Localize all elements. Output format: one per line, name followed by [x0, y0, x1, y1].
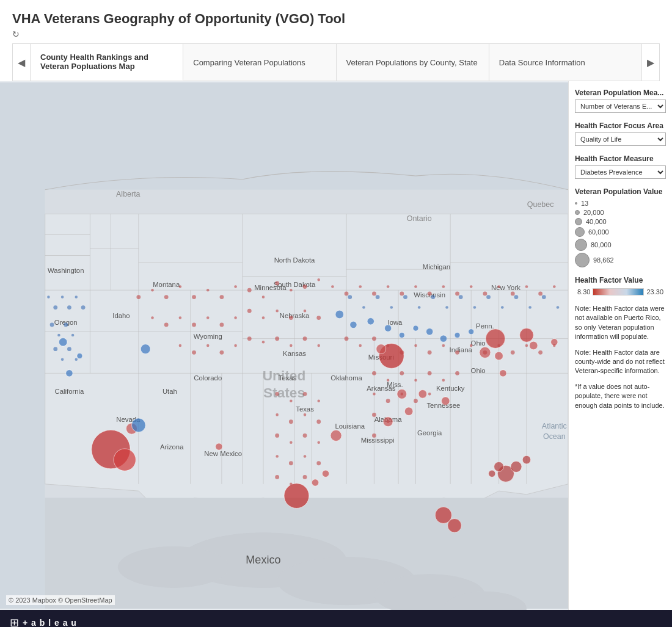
svg-point-81: [404, 407, 413, 416]
svg-point-207: [290, 483, 293, 486]
svg-point-128: [470, 285, 473, 288]
svg-point-71: [448, 519, 462, 533]
svg-point-85: [312, 479, 318, 486]
svg-point-143: [206, 316, 210, 319]
svg-point-149: [290, 344, 293, 347]
svg-point-88: [500, 370, 506, 377]
svg-text:Kentucky: Kentucky: [436, 385, 465, 392]
right-panel: Veteran Population Mea... Number of Vete…: [568, 81, 672, 610]
legend-bubble-row-6: 98,662: [575, 253, 666, 267]
svg-point-96: [367, 318, 374, 325]
svg-point-185: [414, 399, 418, 403]
svg-text:Ocean: Ocean: [543, 432, 566, 441]
health-factor-measure-section: Health Factor Measure Diabetes Prevalenc…: [575, 154, 666, 179]
svg-point-125: [428, 292, 432, 296]
svg-point-235: [53, 347, 57, 351]
svg-point-168: [470, 344, 473, 347]
svg-point-209: [348, 295, 352, 299]
svg-point-137: [304, 310, 307, 313]
svg-point-231: [50, 323, 54, 327]
svg-text:Penn.: Penn.: [476, 322, 494, 330]
svg-point-194: [276, 413, 279, 416]
tab-veteran-populations[interactable]: Veteran Populations by County, State: [337, 44, 489, 81]
svg-point-172: [525, 344, 528, 347]
health-factor-measure-select[interactable]: Diabetes Prevalence Mental Health Provid…: [575, 165, 666, 179]
svg-text:Louisiana: Louisiana: [335, 422, 365, 430]
svg-point-212: [390, 306, 393, 309]
svg-point-136: [289, 316, 293, 320]
svg-point-95: [350, 321, 357, 328]
svg-point-241: [522, 455, 531, 464]
svg-text:New Mexico: New Mexico: [204, 450, 242, 457]
tableau-logo-text: + a b l e a u: [23, 618, 77, 627]
svg-point-233: [64, 323, 68, 327]
svg-point-156: [206, 344, 210, 347]
svg-point-115: [164, 295, 169, 299]
svg-point-124: [414, 285, 417, 288]
svg-point-227: [61, 295, 64, 299]
note-2: Note: Health Factor data are county-wide…: [575, 348, 666, 376]
svg-point-200: [303, 433, 307, 438]
health-factor-focus-area-section: Health Factor Focus Area Quality of Life…: [575, 121, 666, 146]
svg-text:Utah: Utah: [163, 388, 177, 395]
svg-point-139: [262, 316, 265, 319]
page-title: VHA Veterans Geography of Opportunity (V…: [12, 11, 660, 27]
svg-point-173: [538, 350, 542, 355]
svg-point-100: [426, 328, 433, 335]
svg-text:Nebraska: Nebraska: [280, 312, 310, 319]
svg-text:Atlantic: Atlantic: [542, 422, 567, 430]
legend-bubble-6: [575, 253, 590, 267]
svg-point-238: [75, 358, 78, 361]
tab-county-health[interactable]: County Health Rankings and Veteran Poplu…: [31, 44, 183, 81]
tab-next-button[interactable]: ▶: [641, 43, 660, 81]
legend-bubble-label-4: 60,000: [588, 228, 609, 236]
svg-point-119: [345, 292, 349, 296]
svg-point-94: [335, 310, 344, 319]
tab-data-source[interactable]: Data Source Information: [489, 44, 641, 81]
svg-point-151: [317, 344, 320, 347]
svg-point-147: [151, 316, 154, 319]
svg-point-184: [401, 393, 404, 396]
svg-point-179: [428, 371, 432, 375]
health-factor-focus-area-select[interactable]: Quality of Life Health Behaviors Clinica…: [575, 132, 666, 146]
legend-bubble-label-1: 13: [581, 200, 588, 207]
svg-point-237: [67, 347, 71, 351]
svg-point-152: [262, 341, 265, 344]
gradient-min: 8.30: [577, 288, 590, 295]
footer: ⊞ + a b l e a u: [0, 610, 672, 627]
svg-point-118: [331, 285, 334, 288]
svg-point-122: [387, 285, 390, 288]
svg-text:Kansas: Kansas: [283, 350, 306, 357]
svg-point-127: [455, 292, 459, 296]
svg-point-130: [497, 285, 500, 288]
svg-point-226: [53, 305, 57, 310]
health-factor-measure-label: Health Factor Measure: [575, 154, 666, 163]
tab-prev-button[interactable]: ◀: [12, 43, 31, 81]
svg-text:Ontario: Ontario: [407, 214, 432, 223]
svg-point-141: [234, 316, 237, 319]
svg-point-77: [418, 390, 427, 399]
svg-point-229: [75, 295, 78, 299]
svg-point-138: [316, 316, 321, 320]
veteran-population-value-label: Veteran Population Value: [575, 187, 666, 196]
svg-point-206: [275, 475, 279, 479]
svg-point-186: [428, 393, 431, 396]
svg-point-224: [557, 306, 560, 309]
svg-point-108: [262, 295, 265, 299]
svg-point-146: [164, 323, 169, 327]
svg-point-99: [413, 325, 418, 331]
legend-bubbles: 13 20,000 40,000 60,000: [575, 200, 666, 267]
veteran-population-measure-select[interactable]: Number of Veterans E... Percentage of Ve…: [575, 100, 666, 113]
svg-point-210: [362, 306, 365, 309]
gradient-bar: [593, 288, 644, 295]
svg-point-78: [441, 397, 450, 405]
svg-text:Indiana: Indiana: [450, 346, 473, 353]
svg-point-160: [359, 344, 362, 347]
tab-comparing[interactable]: Comparing Veteran Populations: [183, 44, 336, 81]
reload-icon[interactable]: ↻: [12, 29, 20, 39]
svg-point-236: [61, 358, 64, 361]
map-area[interactable]: Washington Oregon California Idaho Monta…: [0, 81, 568, 610]
svg-text:California: California: [54, 388, 84, 395]
svg-point-213: [403, 295, 407, 299]
svg-point-228: [67, 305, 71, 310]
